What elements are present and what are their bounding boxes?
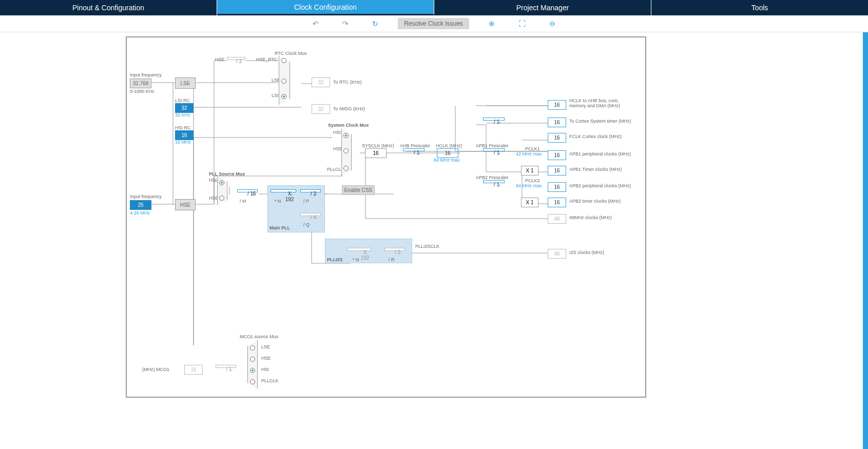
tab-tools[interactable]: Tools — [651, 0, 868, 15]
out-fclk-value[interactable]: 16 — [548, 133, 566, 143]
enable-css-button[interactable]: Enable CSS — [342, 185, 375, 195]
pllsrc-hsi: HSI — [209, 178, 217, 183]
mco-radio-hse[interactable] — [250, 357, 255, 362]
lse-freq-label: Input frequency — [130, 72, 162, 77]
sysmux-title: System Clock Mux — [328, 123, 369, 128]
resolve-clock-button[interactable]: Resolve Clock Issues — [398, 18, 469, 29]
apb1-select[interactable]: / 1⌄ — [483, 148, 505, 151]
iwdg-out-value: 32 — [312, 104, 330, 114]
mco-label: (MHz) MCO1 — [142, 367, 169, 372]
plli2s-clk-label: PLLI2SCLK — [415, 244, 439, 249]
tab-clock[interactable]: Clock Configuration — [217, 0, 434, 15]
hsi-value: 16 — [175, 130, 194, 140]
apb2-select[interactable]: / 1⌄ — [483, 180, 505, 183]
out-apb2p-value[interactable]: 16 — [548, 182, 566, 192]
rtc-out-value: 32 — [312, 77, 330, 87]
plli2s-n-select[interactable]: X 192⌄ — [348, 248, 371, 251]
rtc-mux-title: RTC Clock Mux — [275, 51, 307, 56]
out-48m-value: 48 — [548, 214, 566, 224]
rtc-lsi-label: LSI — [272, 93, 279, 98]
hse-freq-value[interactable]: 25 — [130, 200, 151, 210]
plli2s-n-label: * N — [353, 257, 359, 262]
pll-m-label: / M — [240, 199, 246, 204]
out-apb1t-label: APB1 Timer clocks (MHz) — [569, 167, 622, 172]
hse-box: HSE — [175, 199, 196, 210]
toolbar: ↶ ↷ ↻ Resolve Clock Issues ⊕ ⛶ ⊖ — [0, 15, 868, 32]
lsi-note: 32 KHz — [175, 112, 190, 118]
hclk-max: 84 MHz max — [434, 158, 460, 163]
out-apb2t-value[interactable]: 16 — [548, 198, 566, 207]
zoom-in-icon[interactable]: ⊕ — [485, 18, 499, 29]
hse-freq-label: Input frequency — [130, 194, 162, 199]
apb1-max: 42 MHz max — [516, 151, 542, 157]
main-pll-title: Main PLL — [269, 225, 290, 230]
mco-div-select[interactable]: / 1⌄ — [216, 365, 236, 368]
sysmux-radio-hse[interactable] — [343, 148, 349, 153]
plli2s-r-label: / R — [389, 257, 395, 262]
out-hclk-ahb-value[interactable]: 16 — [548, 100, 566, 110]
sysmux-radio-hsi[interactable] — [343, 133, 349, 138]
apb1-tim-mult: X 1 — [521, 166, 538, 175]
out-i2s-value: 96 — [548, 249, 566, 259]
out-systick-value[interactable]: 16 — [548, 118, 566, 127]
apb2-max: 84 MHz max — [516, 183, 542, 188]
pll-q-select[interactable]: / 4⌄ — [300, 213, 321, 216]
apb2-tim-mult: X 1 — [521, 198, 538, 207]
out-48m-label: 48MHz clocks (MHz) — [569, 215, 612, 220]
pll-n-select[interactable]: X 192⌄ — [271, 189, 296, 192]
tab-pinout[interactable]: Pinout & Configuration — [0, 0, 217, 15]
sysmux-hse: HSE — [333, 146, 343, 151]
out-apb1p-label: APB1 peripheral clocks (MHz) — [569, 151, 631, 157]
zoom-out-icon[interactable]: ⊖ — [545, 18, 560, 29]
plli2s-title: PLLI2S — [327, 257, 343, 262]
pllsrc-title: PLL Source Mux — [209, 171, 245, 177]
zoom-fit-icon[interactable]: ⛶ — [514, 18, 530, 29]
out-i2s-label: I2S clocks (MHz) — [569, 250, 604, 255]
clock-diagram: Input frequency 32.768 0-1000 KHz LSE In… — [126, 36, 646, 398]
lse-freq-value[interactable]: 32.768 — [130, 79, 151, 88]
scrollbar[interactable] — [863, 32, 868, 449]
mco-radio-pllclk[interactable] — [250, 379, 255, 384]
pll-m-select[interactable]: / 16⌄ — [237, 189, 258, 192]
reset-icon[interactable]: ↻ — [368, 18, 382, 29]
pllsrc-radio-hsi[interactable] — [219, 180, 224, 185]
sysmux-radio-pllclk[interactable] — [343, 166, 349, 171]
tab-project[interactable]: Project Manager — [434, 0, 651, 15]
systick-select[interactable]: / 1⌄ — [483, 118, 505, 121]
hse-range: 4-26 MHz — [130, 210, 150, 216]
mco-radio-hsi[interactable] — [250, 368, 255, 373]
out-apb1t-value[interactable]: 16 — [548, 166, 566, 175]
sysmux-hsi: HSI — [333, 130, 341, 135]
plli2s-r-select[interactable]: / 2⌄ — [384, 248, 405, 251]
rtc-hse-label: HSE — [215, 57, 225, 62]
lsi-label: LSI RC — [175, 98, 190, 103]
hclk-value[interactable]: 16 — [437, 148, 458, 158]
apb2-label: APB2 Prescaler — [476, 175, 509, 180]
lsi-value: 32 — [175, 103, 194, 113]
rtc-radio-lse[interactable] — [281, 79, 286, 84]
out-fclk-label: FCLK Cortex clock (MHz) — [569, 134, 622, 139]
ahb-label: AHB Prescaler — [400, 143, 430, 148]
sysclk-label: SYSCLK (MHz) — [362, 143, 394, 148]
pclk2-label: PCLK2 — [525, 178, 540, 183]
lse-box: LSE — [175, 77, 196, 89]
mco-hsi: HSI — [261, 367, 269, 372]
undo-icon[interactable]: ↶ — [308, 18, 323, 29]
mco-radio-lse[interactable] — [250, 345, 255, 350]
rtc-hse-div[interactable]: / 2⌄ — [227, 57, 245, 60]
redo-icon[interactable]: ↷ — [338, 18, 353, 29]
rtc-radio-lsi[interactable] — [281, 94, 286, 99]
hclk-label: HCLK (MHz) — [436, 143, 462, 148]
mco-title: MCO1 source Mux — [240, 334, 278, 339]
pll-p-select[interactable]: / 2⌄ — [300, 189, 321, 192]
out-apb1p-value[interactable]: 16 — [548, 150, 566, 160]
sysclk-value: 16 — [365, 148, 387, 158]
rtc-out-label: To RTC (KHz) — [333, 80, 362, 85]
ahb-select[interactable]: / 1⌄ — [403, 148, 425, 151]
pllsrc-radio-hse[interactable] — [219, 196, 224, 201]
out-systick-label: To Cortex System timer (MHz) — [569, 119, 631, 124]
rtc-radio-hse[interactable] — [281, 58, 286, 63]
out-hclk-ahb-label: HCLK to AHB bus, core, memory and DMA (M… — [569, 98, 636, 108]
mco-lse: LSE — [261, 344, 270, 349]
out-apb2p-label: APB2 peripheral clocks (MHz) — [569, 183, 631, 188]
